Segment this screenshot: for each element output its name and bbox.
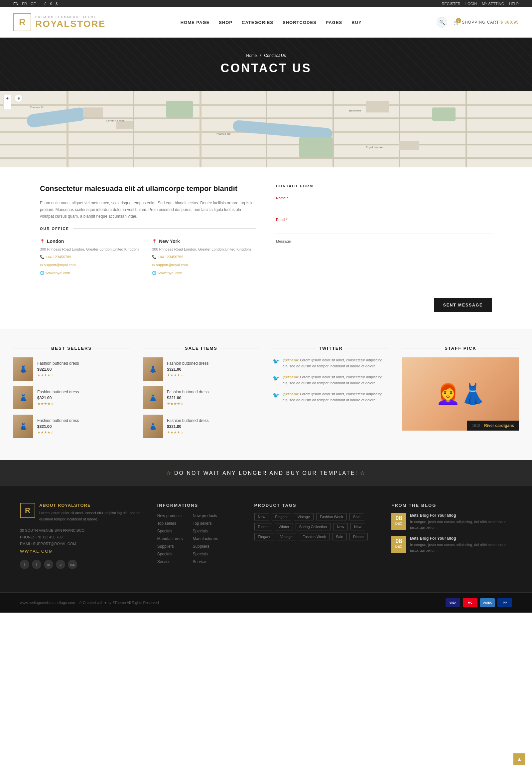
- zoom-out[interactable]: −: [4, 102, 11, 109]
- tag[interactable]: Sale: [332, 533, 347, 540]
- office-newyork-phone: 📞 +44 123456789: [152, 254, 251, 260]
- tag[interactable]: Spring Collection: [296, 523, 331, 530]
- list-item: 🐦 @8theme Lorem ipsum dolor sit amet, co…: [273, 374, 389, 386]
- tag[interactable]: Sale: [349, 513, 364, 520]
- email-input[interactable]: [276, 224, 492, 234]
- logo[interactable]: R PREMIUM ECOMMERCE THEME ROYALSTORE: [13, 13, 105, 31]
- map-section[interactable]: Thames Rd London Fields Thames Rd Batter…: [0, 91, 532, 167]
- blog-post-title[interactable]: Bets Blog For Your Blog: [410, 536, 512, 541]
- twitter-icon: 🐦: [273, 392, 279, 403]
- info-link[interactable]: Manufacturers: [193, 536, 218, 541]
- info-link[interactable]: New products: [157, 513, 182, 518]
- footer-tags: PRODUCT TAGS New Elegant Vintage Fashion…: [254, 503, 375, 569]
- info-link[interactable]: New products: [193, 513, 217, 518]
- nav-shop[interactable]: SHOP: [219, 20, 232, 25]
- login-link[interactable]: LOGIN: [465, 2, 477, 6]
- search-button[interactable]: 🔍: [437, 17, 447, 28]
- nav-shortcodes[interactable]: SHORTCODES: [283, 20, 317, 25]
- cart-button[interactable]: 🛒 2 SHOPPING CART $ 360.95: [454, 20, 519, 25]
- lang-ge[interactable]: GE: [31, 2, 36, 6]
- footer-brand: ABOUT ROYALSTORE Lorem ipsum dolor sit a…: [39, 503, 141, 522]
- nav-pages[interactable]: PAGES: [326, 20, 342, 25]
- send-button[interactable]: SENT MESSAGE: [434, 298, 492, 312]
- info-link[interactable]: Manufacturers: [157, 536, 183, 541]
- staffpick-title: Staff pick: [402, 346, 519, 351]
- register-link[interactable]: REGISTER: [442, 2, 461, 6]
- nav-categories[interactable]: CATEGORIES: [242, 20, 273, 25]
- list-item: 08 DEC Bets Blog For Your Blog In congue…: [391, 513, 512, 530]
- footer-bottom: www.heritagechristiancollage.com © Creat…: [0, 592, 532, 613]
- list-item: 👗 Fashion buttoned dress $321.00 ★★★★☆: [13, 415, 130, 438]
- info-link[interactable]: Top sellers: [157, 521, 176, 526]
- tag[interactable]: New: [254, 513, 269, 520]
- thumb-img: 👗: [143, 386, 163, 409]
- info-link[interactable]: Service: [193, 559, 206, 564]
- tag[interactable]: Fashion Week: [316, 513, 347, 520]
- settings-link[interactable]: MY SETTING: [482, 2, 504, 6]
- tag[interactable]: Vintage: [277, 533, 296, 540]
- info-link[interactable]: Specials: [193, 529, 207, 533]
- product-stars: ★★★★☆: [167, 430, 208, 435]
- blog-text: Bets Blog For Your Blog In congue, justo…: [410, 513, 512, 530]
- currency-dollar[interactable]: $: [56, 2, 58, 6]
- info-link[interactable]: Suppliers: [193, 544, 209, 549]
- cart-icon-wrap: 🛒 2: [454, 20, 459, 25]
- language-currency: EN FR GE | £ € $: [13, 2, 60, 6]
- social-twitter[interactable]: t: [20, 560, 29, 569]
- zoom-in[interactable]: +: [4, 94, 11, 102]
- tweet-text: @8theme Lorem ipsum dolor sit amet, cons…: [283, 357, 389, 369]
- form-title: CONTACT FORM: [276, 184, 492, 188]
- info-link[interactable]: Service: [157, 559, 171, 564]
- brand-name: ROYALSTORE: [35, 19, 105, 29]
- nav-buy[interactable]: BUY: [351, 20, 361, 25]
- info-link[interactable]: Specials: [193, 552, 207, 556]
- tag[interactable]: Elegant: [254, 533, 274, 540]
- currency-pound[interactable]: £: [44, 2, 46, 6]
- top-links: REGISTER LOGIN MY SETTING HELP: [438, 2, 519, 6]
- divider: |: [40, 2, 42, 6]
- tag[interactable]: New: [333, 523, 348, 530]
- staff-pick-image[interactable]: 👩‍🦰👗 1012 River cardigans: [402, 357, 519, 431]
- form-group-email: Email *: [276, 218, 492, 234]
- list-item: 🐦 @8theme Lorem ipsum dolor sit amet, co…: [273, 391, 389, 403]
- blog-date: 08 DEC: [391, 513, 406, 530]
- help-link[interactable]: HELP: [509, 2, 519, 6]
- currency-euro[interactable]: €: [50, 2, 52, 6]
- cta-text: DO NOT WAIT ANY LONGER AND BUY OUR TEMPL…: [174, 470, 358, 476]
- tweet-text: @8theme Lorem ipsum dolor sit amet, cons…: [283, 374, 389, 386]
- info-link[interactable]: Suppliers: [157, 544, 174, 549]
- social-pinterest[interactable]: p: [56, 560, 65, 569]
- social-facebook[interactable]: f: [32, 560, 41, 569]
- info-link[interactable]: Specials: [157, 552, 172, 556]
- office-newyork-email: ✉ support@royal.com: [152, 262, 251, 268]
- map-zoom[interactable]: + −: [3, 94, 11, 110]
- message-input[interactable]: [276, 245, 492, 285]
- blog-title: FROM THE BLOG: [391, 503, 512, 508]
- office-london-phone: 📞 +44 123456789: [40, 254, 139, 260]
- footer-address: 30 SOUTH AVENUE SAN FRANCISCO: [20, 527, 141, 534]
- lang-fr[interactable]: FR: [22, 2, 27, 6]
- social-instagram[interactable]: in: [44, 560, 53, 569]
- blog-post-title[interactable]: Bets Blog For Your Blog: [410, 513, 512, 518]
- info-cols: New products Top sellers Specials Manufa…: [157, 513, 238, 567]
- tag[interactable]: New: [350, 523, 365, 530]
- blog-post-excerpt: In congue, justo non cursus adipiscing, …: [410, 542, 512, 553]
- tag[interactable]: Dinner: [349, 533, 367, 540]
- tag[interactable]: Winter: [275, 523, 293, 530]
- info-link[interactable]: Specials: [157, 529, 172, 533]
- office-newyork-name: New York: [152, 239, 251, 244]
- nav-homepage[interactable]: HOME PAGE: [181, 20, 210, 25]
- tag[interactable]: Fashion Week: [299, 533, 330, 540]
- breadcrumb-home[interactable]: Home: [246, 53, 257, 58]
- lang-en[interactable]: EN: [13, 2, 18, 6]
- tag[interactable]: Elegant: [272, 513, 291, 520]
- name-input[interactable]: [276, 202, 492, 212]
- tag[interactable]: Vintage: [294, 513, 314, 520]
- product-name: Fashion buttoned dress: [37, 390, 79, 394]
- office-newyork-address: 300 Princess Road London, Greater London…: [152, 247, 251, 253]
- info-link[interactable]: Top sellers: [193, 521, 211, 526]
- social-rss[interactable]: rss: [68, 560, 77, 569]
- tag[interactable]: Dinner: [254, 523, 272, 530]
- twitter-icon: 🐦: [273, 375, 279, 386]
- cta-star-left: ☆: [166, 470, 174, 476]
